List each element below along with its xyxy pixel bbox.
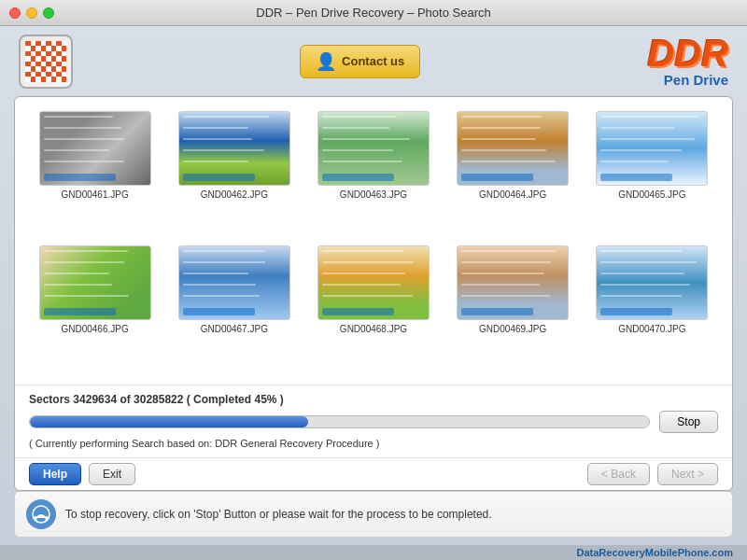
photo-item[interactable]: GND00470.JPG	[586, 245, 718, 371]
search-info: ( Currently performing Search based on: …	[29, 438, 718, 449]
app-container: 👤 Contact us DDR Pen Drive GND00461.JPGG…	[0, 26, 747, 560]
progress-bar-background	[29, 415, 650, 428]
photo-thumbnail	[39, 245, 151, 320]
photo-filename: GND00465.JPG	[618, 189, 685, 200]
exit-button[interactable]: Exit	[89, 463, 135, 485]
svg-point-1	[34, 516, 37, 520]
brand-name: DDR	[647, 35, 728, 72]
app-logo	[19, 35, 73, 89]
photo-filename: GND00468.JPG	[340, 324, 407, 334]
window-title: DDR – Pen Drive Recovery – Photo Search	[256, 6, 490, 20]
photo-thumbnail	[317, 111, 430, 186]
photo-item[interactable]: GND00466.JPG	[29, 245, 161, 371]
photo-item[interactable]: GND00468.JPG	[307, 245, 439, 371]
person-icon: 👤	[316, 51, 336, 72]
contact-button[interactable]: 👤 Contact us	[300, 45, 420, 78]
photo-item[interactable]: GND00469.JPG	[447, 245, 579, 371]
photo-thumbnail	[178, 111, 290, 186]
checkerboard-icon	[25, 41, 66, 82]
photo-filename: GND00461.JPG	[61, 189, 128, 200]
photo-thumbnail	[178, 245, 290, 320]
brand-area: DDR Pen Drive	[647, 35, 728, 88]
progress-info: Sectors 3429634 of 30285822 ( Completed …	[29, 393, 718, 406]
next-button[interactable]: Next >	[657, 463, 718, 485]
minimize-button[interactable]	[26, 7, 37, 19]
photo-filename: GND00467.JPG	[201, 324, 268, 334]
photo-item[interactable]: GND00465.JPG	[586, 111, 718, 236]
photo-thumbnail	[596, 245, 708, 320]
photo-thumbnail	[596, 111, 708, 186]
header: 👤 Contact us DDR Pen Drive	[0, 26, 747, 96]
maximize-button[interactable]	[43, 7, 54, 19]
photo-filename: GND00470.JPG	[618, 324, 685, 334]
content-panel: GND00461.JPGGND00462.JPGGND00463.JPGGND0…	[14, 96, 733, 491]
progress-section: Sectors 3429634 of 30285822 ( Completed …	[15, 385, 732, 457]
photo-item[interactable]: GND00461.JPG	[29, 111, 161, 236]
photo-thumbnail	[457, 111, 569, 186]
back-button[interactable]: < Back	[587, 463, 650, 485]
message-icon	[26, 499, 56, 529]
photo-item[interactable]: GND00467.JPG	[168, 245, 300, 371]
titlebar: DDR – Pen Drive Recovery – Photo Search	[0, 0, 747, 26]
message-text: To stop recovery, click on 'Stop' Button…	[65, 508, 492, 521]
photo-filename: GND00466.JPG	[61, 324, 128, 334]
progress-bar-fill	[30, 416, 308, 427]
photo-grid: GND00461.JPGGND00462.JPGGND00463.JPGGND0…	[15, 97, 732, 385]
stop-button[interactable]: Stop	[659, 411, 718, 433]
photo-filename: GND00469.JPG	[479, 324, 546, 334]
nav-row: Help Exit < Back Next >	[15, 457, 732, 490]
photo-item[interactable]: GND00463.JPG	[307, 111, 439, 236]
svg-point-2	[45, 516, 49, 520]
photo-item[interactable]: GND00464.JPG	[447, 111, 579, 236]
footer-watermark: DataRecoveryMobilePhone.com	[0, 545, 747, 560]
photo-filename: GND00463.JPG	[340, 189, 407, 200]
brand-subtitle: Pen Drive	[647, 72, 728, 88]
help-button[interactable]: Help	[29, 463, 81, 485]
close-button[interactable]	[9, 7, 21, 19]
photo-thumbnail	[317, 245, 430, 320]
bottom-message: To stop recovery, click on 'Stop' Button…	[14, 491, 733, 538]
photo-filename: GND00462.JPG	[201, 189, 268, 200]
photo-thumbnail	[39, 111, 151, 186]
traffic-lights	[9, 7, 54, 19]
photo-item[interactable]: GND00462.JPG	[168, 111, 300, 236]
photo-thumbnail	[457, 245, 569, 320]
photo-filename: GND00464.JPG	[479, 189, 546, 200]
progress-row: Stop	[29, 411, 718, 433]
